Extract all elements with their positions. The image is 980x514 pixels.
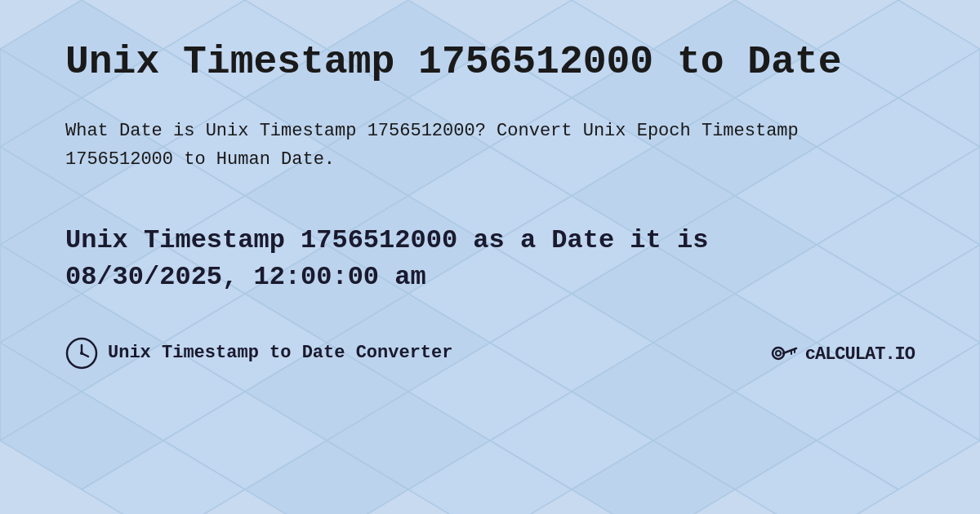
svg-point-69 [776,351,781,356]
logo-text: cALCULAT.IO [805,340,915,366]
footer-left: Unix Timestamp to Date Converter [65,337,452,370]
footer-label: Unix Timestamp to Date Converter [108,343,452,363]
result-section: Unix Timestamp 1756512000 as a Date it i… [65,223,915,296]
svg-point-67 [80,352,83,355]
clock-icon [65,337,98,370]
page-title: Unix Timestamp 1756512000 to Date [65,41,915,84]
logo-icon [770,339,799,367]
result-text: Unix Timestamp 1756512000 as a Date it i… [65,223,841,296]
footer: Unix Timestamp to Date Converter cALCULA… [65,337,915,370]
page-description: What Date is Unix Timestamp 1756512000? … [65,117,800,174]
logo-area: cALCULAT.IO [770,339,915,367]
main-content: Unix Timestamp 1756512000 to Date What D… [0,0,980,402]
